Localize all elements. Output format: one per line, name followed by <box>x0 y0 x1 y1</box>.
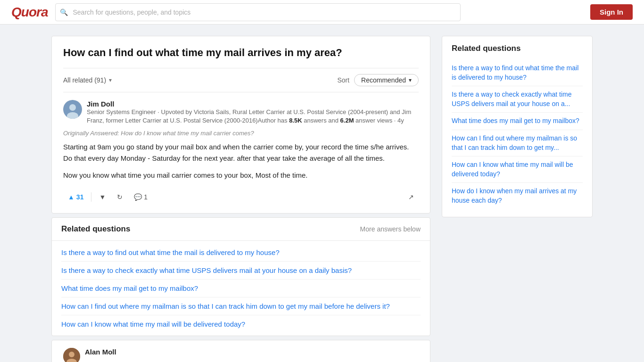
comment-count: 1 <box>144 193 148 201</box>
related-link-3[interactable]: What time does my mail get to my mailbox… <box>61 280 421 297</box>
quora-logo: Quora <box>11 5 48 20</box>
search-bar-container: 🔍 <box>55 3 461 21</box>
author-bio: Senior Systems Engineer · Upvoted by Vic… <box>87 108 419 125</box>
sidebar-card: Related questions Is there a way to find… <box>442 36 593 217</box>
all-related-dropdown[interactable]: All related (91) ▾ <box>63 76 112 84</box>
author-bio-text2: answers and <box>302 117 340 124</box>
more-answers-label: More answers below <box>360 225 421 233</box>
share-button[interactable]: ↗ <box>404 190 419 204</box>
sidebar-link-4[interactable]: How can I find out where my mailman is s… <box>452 130 583 156</box>
question-title: How can I find out what time my mail arr… <box>63 46 419 68</box>
author-views-count: 6.2M <box>340 117 354 124</box>
answer-author-row: Jim Doll Senior Systems Engineer · Upvot… <box>63 100 419 125</box>
author-answers-count: 8.5K <box>289 117 302 124</box>
main-column: How can I find out what time my mail arr… <box>51 36 430 362</box>
related-list: Is there a way to find out what time the… <box>52 241 430 336</box>
svg-point-4 <box>69 352 74 357</box>
upvote-icon: ▲ <box>68 193 74 201</box>
answer-controls: All related (91) ▾ Sort Recommended ▾ <box>63 68 419 92</box>
sidebar-link-5[interactable]: How can I know what time my mail will be… <box>452 156 583 183</box>
teaser-avatar <box>63 348 80 362</box>
sign-in-button[interactable]: Sign In <box>590 4 633 20</box>
originally-answered: Originally Answered: How do I know what … <box>63 130 419 137</box>
upvote-count: 31 <box>76 193 84 201</box>
header: Quora 🔍 Sign In <box>0 0 644 25</box>
related-questions-inline-card: Related questions More answers below Is … <box>51 217 430 336</box>
related-link-2[interactable]: Is there a way to check exactly what tim… <box>61 262 421 280</box>
sidebar-link-3[interactable]: What time does my mail get to my mailbox… <box>452 113 583 130</box>
sidebar-link-1[interactable]: Is there a way to find out what time the… <box>452 60 583 86</box>
comment-icon: 💬 <box>134 193 142 201</box>
all-related-chevron-icon: ▾ <box>109 77 112 83</box>
all-related-label: All related (91) <box>63 76 106 84</box>
related-link-1[interactable]: Is there a way to find out what time the… <box>61 244 421 262</box>
sidebar-link-6[interactable]: How do I know when my mail arrives at my… <box>452 183 583 209</box>
action-divider <box>91 192 91 202</box>
author-bio-text3: answer views · 4y <box>354 117 404 124</box>
downvote-button[interactable]: ▼ <box>94 190 110 204</box>
teaser-author-name[interactable]: Alan Moll <box>85 348 419 356</box>
sidebar-title: Related questions <box>452 44 583 53</box>
search-input[interactable] <box>55 3 461 21</box>
answer-block: Jim Doll Senior Systems Engineer · Upvot… <box>63 92 419 213</box>
related-header: Related questions More answers below <box>52 218 430 241</box>
teaser-author-row: Alan Moll <box>63 348 419 362</box>
search-icon: 🔍 <box>60 8 68 16</box>
upvote-button[interactable]: ▲ 31 <box>63 190 88 204</box>
related-link-5[interactable]: How can I know what time my mail will be… <box>61 315 421 333</box>
sort-chevron-icon: ▾ <box>409 77 412 83</box>
teaser-author-info: Alan Moll <box>85 348 419 356</box>
author-name[interactable]: Jim Doll <box>87 100 419 108</box>
second-answer-teaser: Alan Moll <box>51 340 430 362</box>
downvote-icon: ▼ <box>99 193 106 201</box>
answer-text-1: Starting at 9am you go stand by your mai… <box>63 141 419 164</box>
avatar <box>63 100 82 119</box>
sidebar-link-2[interactable]: Is there a way to check exactly what tim… <box>452 86 583 113</box>
repost-button[interactable]: ↻ <box>112 190 127 204</box>
sort-dropdown[interactable]: Recommended ▾ <box>354 74 419 86</box>
header-right: Sign In <box>590 4 633 20</box>
sidebar: Related questions Is there a way to find… <box>442 36 593 217</box>
question-card: How can I find out what time my mail arr… <box>51 36 430 214</box>
sort-label: Sort <box>337 76 349 84</box>
answer-text-2: Now you know what time you mail carrier … <box>63 170 419 181</box>
repost-icon: ↻ <box>117 193 123 201</box>
answer-actions: ▲ 31 ▼ ↻ 💬 1 ↗ <box>63 187 419 207</box>
svg-point-1 <box>69 104 76 111</box>
sort-area: Sort Recommended ▾ <box>337 74 419 86</box>
share-icon: ↗ <box>408 193 414 201</box>
sort-value: Recommended <box>361 76 406 84</box>
comment-button[interactable]: 💬 1 <box>129 190 152 204</box>
author-info: Jim Doll Senior Systems Engineer · Upvot… <box>87 100 419 125</box>
related-link-4[interactable]: How can I find out where my mailman is s… <box>61 297 421 315</box>
related-inline-title: Related questions <box>61 224 130 234</box>
page-body: How can I find out what time my mail arr… <box>44 25 600 362</box>
